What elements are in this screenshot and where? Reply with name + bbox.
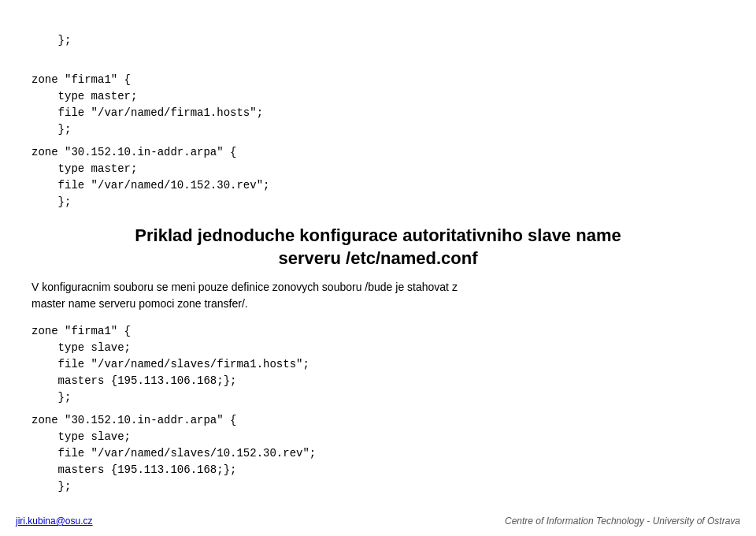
- section-heading: Priklad jednoduche konfigurace autoritat…: [32, 225, 724, 270]
- top-code-block-zone2: zone "30.152.10.in-addr.arpa" { type mas…: [32, 144, 724, 210]
- top-code-block: };: [32, 16, 724, 65]
- top-code-block-zone1: zone "firma1" { type master; file "/var/…: [32, 72, 724, 138]
- description-text: V konfiguracnim souboru se meni pouze de…: [32, 279, 724, 312]
- bottom-code-block-zone1: zone "firma1" { type slave; file "/var/n…: [32, 323, 724, 406]
- heading-title-line1: Priklad jednoduche konfigurace autoritat…: [32, 225, 724, 248]
- heading-title-line2: serveru /etc/named.conf: [32, 248, 724, 270]
- footer-email-link[interactable]: jiri.kubina@osu.cz: [16, 516, 93, 527]
- bottom-code-block-zone2: zone "30.152.10.in-addr.arpa" { type sla…: [32, 412, 724, 495]
- footer-org-text: Centre of Information Technology - Unive…: [505, 516, 740, 527]
- page-footer: jiri.kubina@osu.cz Centre of Information…: [0, 516, 756, 527]
